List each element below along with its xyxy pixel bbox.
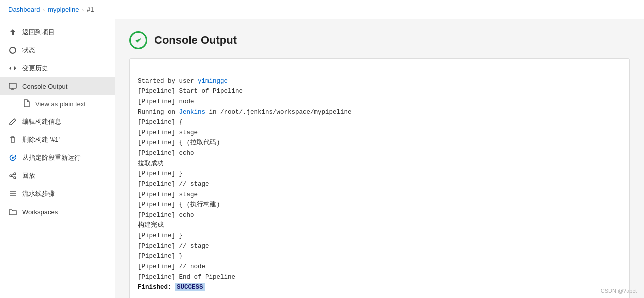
folder-icon: [8, 207, 17, 216]
svg-point-0: [10, 47, 16, 53]
svg-point-2: [12, 157, 14, 159]
refresh-icon: [8, 153, 17, 162]
svg-point-5: [10, 175, 12, 177]
sidebar-item-pipeline-steps[interactable]: 流水线步骤: [0, 185, 115, 203]
sidebar-item-delete-build[interactable]: 删除构建 '#1': [0, 131, 115, 149]
svg-rect-1: [9, 83, 16, 88]
sidebar-label-delete-build: 删除构建 '#1': [22, 135, 60, 144]
edit-icon: [8, 117, 17, 126]
console-user-link[interactable]: yimingge: [198, 78, 228, 85]
sidebar-item-plain-text[interactable]: View as plain text: [0, 95, 115, 113]
breadcrumb-dashboard[interactable]: Dashboard: [8, 6, 40, 13]
arrow-up-icon: [8, 28, 17, 37]
sidebar-item-replay[interactable]: 回放: [0, 167, 115, 185]
breadcrumb-pipeline[interactable]: mypipeline: [48, 6, 79, 13]
sidebar-item-status[interactable]: 状态: [0, 41, 115, 59]
sidebar-item-restart-stage[interactable]: 从指定阶段重新运行: [0, 149, 115, 167]
sidebar-item-history[interactable]: 变更历史: [0, 59, 115, 77]
success-icon: [129, 31, 147, 49]
file-icon: [22, 99, 30, 109]
list-icon: [8, 189, 17, 198]
sidebar-label-plain-text: View as plain text: [35, 100, 86, 108]
console-jenkins-link[interactable]: Jenkins: [179, 109, 206, 116]
page-title: Console Output: [154, 34, 237, 47]
sidebar-label-status: 状态: [22, 46, 35, 55]
svg-point-3: [14, 173, 16, 175]
console-line-1: Started by user yimingge [Pipeline] Star…: [138, 78, 352, 292]
content-area: Console Output Started by user yimingge …: [115, 19, 644, 298]
sidebar-label-replay: 回放: [22, 171, 35, 180]
sidebar-label-workspaces: Workspaces: [22, 208, 58, 216]
sidebar-item-edit-build[interactable]: 编辑构建信息: [0, 113, 115, 131]
console-finished-line: Finished: SUCCESS: [138, 283, 205, 291]
console-status-success: SUCCESS: [175, 283, 205, 291]
share-icon: [8, 171, 17, 180]
code-icon: [8, 64, 17, 73]
monitor-icon: [8, 82, 17, 91]
sidebar-label-restart-stage: 从指定阶段重新运行: [22, 153, 81, 162]
sidebar-item-console[interactable]: Console Output: [0, 77, 115, 95]
sidebar-label-history: 变更历史: [22, 64, 48, 73]
breadcrumb-build: #1: [87, 6, 94, 13]
breadcrumb-sep-1: ›: [43, 7, 45, 13]
console-output: Started by user yimingge [Pipeline] Star…: [129, 58, 630, 298]
sidebar-label-console: Console Output: [22, 83, 67, 90]
svg-point-4: [14, 177, 16, 179]
circle-icon: [8, 46, 17, 55]
breadcrumb-sep-2: ›: [82, 7, 84, 13]
breadcrumb: Dashboard › mypipeline › #1: [0, 0, 644, 19]
page-header: Console Output: [129, 31, 630, 49]
sidebar-item-workspaces[interactable]: Workspaces: [0, 203, 115, 221]
sidebar-label-edit-build: 编辑构建信息: [22, 117, 61, 126]
sidebar-label-pipeline-steps: 流水线步骤: [22, 189, 55, 198]
sidebar: 返回到项目 状态 变更历史 Console Output: [0, 19, 115, 298]
trash-icon: [8, 135, 17, 144]
sidebar-label-back: 返回到项目: [22, 28, 55, 37]
sidebar-item-back[interactable]: 返回到项目: [0, 23, 115, 41]
watermark: CSDN @?abct: [601, 288, 637, 294]
